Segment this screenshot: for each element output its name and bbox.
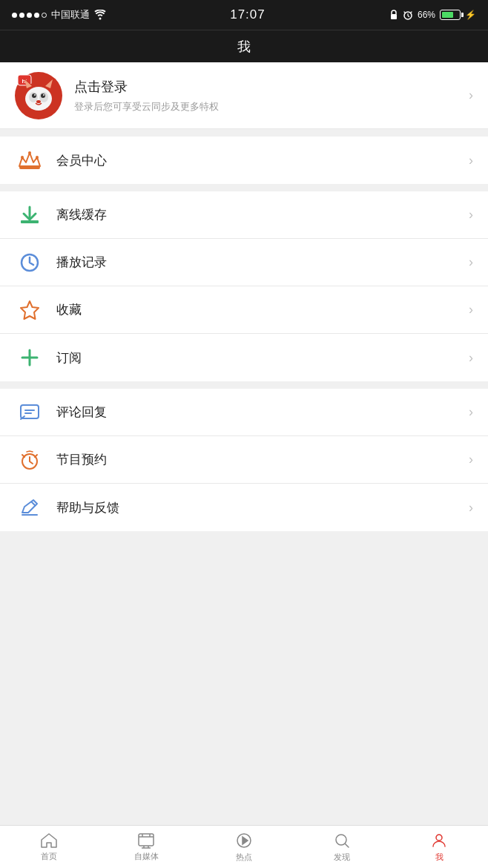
star-icon <box>19 299 41 321</box>
subscribe-item[interactable]: 订阅 › <box>0 334 488 381</box>
svg-point-20 <box>36 156 39 159</box>
avatar: hi <box>15 72 62 119</box>
login-item[interactable]: hi <box>0 62 488 129</box>
help-item[interactable]: 帮助与反馈 › <box>0 484 488 531</box>
comments-chevron: › <box>469 404 473 420</box>
login-chevron: › <box>469 88 473 103</box>
login-title: 点击登录 <box>74 78 463 96</box>
star-icon-wrap <box>15 295 44 325</box>
vip-center-item[interactable]: 会员中心 › <box>0 137 488 184</box>
media-tab-icon <box>137 832 155 849</box>
discover-icon <box>333 832 351 849</box>
status-time: 17:07 <box>230 7 266 22</box>
alarm-icon-wrap <box>15 445 44 475</box>
login-subtitle: 登录后您可享受云同步及更多特权 <box>74 100 463 114</box>
help-chevron: › <box>469 500 473 516</box>
lock-icon <box>389 10 398 20</box>
play-history-item[interactable]: 播放记录 › <box>0 239 488 286</box>
home-icon <box>40 832 58 849</box>
status-bar: 中国联通 17:07 66% <box>0 0 488 30</box>
tab-home[interactable]: 首页 <box>0 826 98 868</box>
hot-icon <box>235 832 253 849</box>
battery-fill <box>442 12 453 18</box>
svg-point-28 <box>336 835 346 845</box>
alarm-status-icon <box>403 10 413 20</box>
svg-point-14 <box>34 94 36 96</box>
svg-point-19 <box>28 151 31 154</box>
battery-indicator <box>440 10 461 20</box>
svg-point-16 <box>36 100 41 103</box>
svg-point-13 <box>41 93 45 98</box>
wifi-icon <box>94 10 106 20</box>
tab-discover-label: 发现 <box>334 852 350 863</box>
schedule-label: 节目预约 <box>56 451 463 468</box>
tab-discover[interactable]: 发现 <box>293 826 391 868</box>
tab-me-label: 我 <box>435 852 444 863</box>
comments-label: 评论回复 <box>56 404 463 421</box>
vip-section: 会员中心 › <box>0 137 488 184</box>
charging-icon: ⚡ <box>465 10 476 20</box>
vip-icon-wrap <box>15 145 44 175</box>
signal-dot-4 <box>34 13 39 18</box>
battery-percentage: 66% <box>418 10 435 20</box>
tab-media-label: 自媒体 <box>134 851 159 862</box>
svg-rect-17 <box>19 166 40 169</box>
tab-media[interactable]: 自媒体 <box>98 826 196 868</box>
svg-point-18 <box>21 156 24 159</box>
download-icon <box>19 204 41 226</box>
alarm-icon <box>19 449 41 471</box>
subscribe-chevron: › <box>469 350 473 366</box>
tab-hot[interactable]: 热点 <box>195 826 293 868</box>
signal-dot-5 <box>42 13 47 18</box>
svg-point-15 <box>43 94 44 96</box>
svg-rect-0 <box>391 14 397 19</box>
plus-icon-wrap <box>15 343 44 372</box>
signal-dots <box>12 13 47 18</box>
help-label: 帮助与反馈 <box>56 499 463 516</box>
svg-marker-27 <box>243 837 248 844</box>
svg-rect-25 <box>139 834 154 846</box>
page-title-bar: 我 <box>0 30 488 62</box>
tab-home-label: 首页 <box>41 851 57 862</box>
favorites-chevron: › <box>469 302 473 318</box>
status-right: 66% ⚡ <box>389 10 476 20</box>
subscribe-label: 订阅 <box>56 349 463 366</box>
offline-cache-chevron: › <box>469 207 473 223</box>
edit-icon <box>19 496 41 519</box>
schedule-chevron: › <box>469 452 473 467</box>
status-left: 中国联通 <box>12 8 106 22</box>
svg-point-12 <box>32 93 36 98</box>
login-section: hi <box>0 62 488 129</box>
media-section: 离线缓存 › 播放记录 › 收藏 › <box>0 191 488 381</box>
vip-center-label: 会员中心 <box>56 152 463 169</box>
vip-icon <box>18 150 42 171</box>
login-text: 点击登录 登录后您可享受云同步及更多特权 <box>74 78 463 114</box>
tab-me[interactable]: 我 <box>390 826 488 868</box>
interaction-section: 评论回复 › 节目预约 › <box>0 389 488 531</box>
tab-bar: 首页 自媒体 热点 <box>0 825 488 868</box>
favorites-item[interactable]: 收藏 › <box>0 286 488 334</box>
tab-hot-label: 热点 <box>236 852 252 863</box>
avatar-container: hi <box>15 72 62 119</box>
edit-icon-wrap <box>15 493 44 522</box>
svg-rect-21 <box>21 220 39 223</box>
history-icon-wrap <box>15 248 44 277</box>
favorites-label: 收藏 <box>56 301 463 318</box>
me-icon <box>430 832 448 849</box>
comment-icon <box>19 401 41 424</box>
carrier-label: 中国联通 <box>51 8 90 22</box>
signal-dot-2 <box>19 13 24 18</box>
offline-cache-item[interactable]: 离线缓存 › <box>0 191 488 239</box>
page-title: 我 <box>237 38 251 56</box>
signal-dot-1 <box>12 13 17 18</box>
vip-center-chevron: › <box>469 153 473 168</box>
play-history-label: 播放记录 <box>56 254 463 271</box>
signal-dot-3 <box>27 13 32 18</box>
offline-cache-label: 离线缓存 <box>56 206 463 223</box>
comments-item[interactable]: 评论回复 › <box>0 389 488 436</box>
main-content: hi <box>0 62 488 582</box>
svg-point-29 <box>436 835 442 841</box>
schedule-item[interactable]: 节目预约 › <box>0 436 488 484</box>
history-icon <box>19 251 41 274</box>
plus-icon <box>19 346 41 369</box>
